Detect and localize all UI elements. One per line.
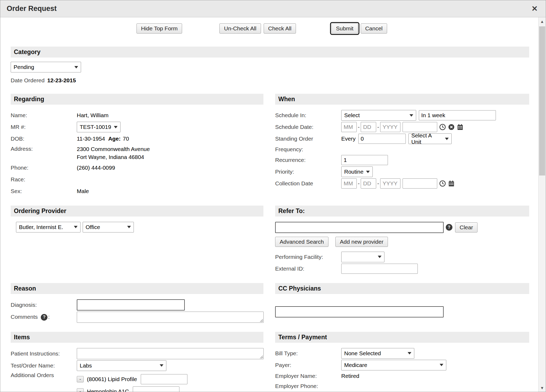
uncheck-all-button[interactable]: Un-Check All (219, 23, 261, 34)
mr-number-select[interactable]: TEST-10019 (77, 122, 121, 132)
check-all-button[interactable]: Check All (264, 23, 296, 34)
performing-facility-label: Performing Facility: (275, 254, 341, 260)
address-value: 2300 Commonwealth Avenue Fort Wayne, Ind… (77, 145, 150, 161)
chevron-down-icon (74, 226, 78, 228)
standing-order-unit-value: Select A Unit (411, 132, 442, 145)
every-label: Every (341, 136, 356, 142)
hide-top-form-button[interactable]: Hide Top Form (136, 23, 182, 34)
test-order-name-select[interactable]: Labs (77, 360, 166, 371)
comments-textarea[interactable] (77, 312, 264, 323)
add-new-provider-button[interactable]: Add new provider (335, 237, 388, 247)
cancel-button[interactable]: Cancel (361, 23, 387, 34)
help-icon[interactable]: ? (41, 314, 47, 321)
clear-button[interactable]: Clear (455, 222, 477, 232)
bill-type-select[interactable]: None Selected (341, 348, 414, 359)
top-toolbar: Hide Top Form Un-Check All Check All Sub… (11, 22, 529, 35)
date-separator: - (358, 180, 360, 187)
cc-physicians-input[interactable] (275, 306, 444, 317)
comments-label-text: Comments (11, 314, 38, 320)
collection-time-input[interactable] (403, 178, 437, 189)
remove-order-button[interactable]: - (77, 376, 84, 382)
patient-instructions-textarea[interactable] (77, 348, 264, 359)
refer-to-input[interactable] (275, 222, 444, 233)
collection-date-dd-input[interactable] (361, 178, 376, 189)
schedule-date-dd-input[interactable] (361, 122, 376, 132)
employer-phone-label: Employer Phone: (275, 383, 341, 389)
scroll-up-icon[interactable]: ▲ (539, 17, 546, 25)
refer-to-section: Refer To: ? Clear Advanced Search Add ne… (275, 206, 529, 275)
schedule-in-text-input[interactable] (419, 110, 496, 120)
priority-label: Priority: (275, 169, 341, 175)
order-item-input[interactable] (141, 374, 187, 384)
mr-number-value: TEST-10019 (80, 124, 111, 130)
clear-date-icon[interactable] (448, 124, 455, 130)
mr-label: MR #: (11, 124, 77, 130)
schedule-in-value: Select (344, 112, 360, 119)
date-ordered-label: Date Ordered (11, 77, 45, 84)
employer-name-value: Retired (341, 373, 359, 379)
category-section: Category Pending Date Ordered 12-23-2015 (11, 47, 529, 86)
bill-type-label: Bill Type: (275, 350, 341, 357)
close-icon[interactable]: ✕ (530, 5, 539, 13)
items-heading: Items (11, 332, 263, 343)
patient-instructions-label: Patient Instructions: (11, 350, 77, 357)
diagnosis-input[interactable] (77, 299, 185, 311)
category-select[interactable]: Pending (11, 62, 81, 72)
ordering-provider-select[interactable]: Butler, Internist E. (16, 222, 81, 232)
schedule-time-input[interactable] (403, 122, 437, 132)
provider-location-select[interactable]: Office (83, 222, 134, 232)
sex-label: Sex: (11, 188, 77, 194)
dob-value: 11-30-1954 (77, 136, 105, 142)
date-separator: - (377, 180, 379, 187)
vertical-scrollbar[interactable]: ▲ ▼ (538, 17, 546, 392)
calendar-icon[interactable] (457, 124, 464, 130)
age-value: 70 (123, 136, 129, 142)
submit-button[interactable]: Submit (331, 23, 358, 34)
priority-select[interactable]: Routine (341, 166, 373, 177)
performing-facility-select[interactable] (341, 252, 384, 262)
test-order-name-value: Labs (80, 362, 92, 369)
schedule-date-label: Schedule Date: (275, 124, 341, 130)
additional-orders-label: Additional Orders (11, 372, 77, 378)
chevron-down-icon (160, 364, 163, 367)
items-section: Items Patient Instructions: Test/Order N… (11, 332, 263, 392)
scrollbar-thumb[interactable] (539, 26, 545, 175)
when-heading: When (275, 94, 529, 105)
dialog-titlebar: Order Request ✕ (0, 0, 546, 17)
address-line1: 2300 Commonwealth Avenue (77, 146, 150, 152)
external-id-input[interactable] (341, 264, 418, 274)
calendar-icon[interactable] (448, 180, 455, 187)
regarding-section: Regarding Name: Hart, William MR #: TEST… (11, 94, 263, 198)
remove-order-button[interactable]: - (77, 388, 84, 392)
order-request-dialog: Order Request ✕ Hide Top Form Un-Check A… (0, 0, 546, 392)
collection-date-label: Collection Date (275, 180, 341, 187)
comments-colon: : (48, 314, 50, 320)
chevron-down-icon (114, 126, 118, 128)
advanced-search-button[interactable]: Advanced Search (275, 237, 328, 247)
schedule-in-select[interactable]: Select (341, 110, 416, 121)
schedule-date-yyyy-input[interactable] (380, 122, 400, 132)
help-icon[interactable]: ? (446, 224, 452, 231)
age-label: Age: (108, 136, 121, 142)
recurrence-input[interactable] (341, 155, 388, 165)
terms-payment-section: Terms / Payment Bill Type: None Selected… (275, 332, 529, 392)
chevron-down-icon (74, 66, 78, 68)
phone-label: Phone: (11, 165, 77, 171)
scroll-down-icon[interactable]: ▼ (539, 384, 546, 392)
chevron-down-icon (410, 114, 413, 117)
payer-label: Payer: (275, 362, 341, 368)
schedule-date-mm-input[interactable] (341, 122, 357, 132)
collection-date-mm-input[interactable] (341, 178, 357, 189)
standing-order-every-input[interactable] (358, 134, 406, 144)
standing-order-unit-select[interactable]: Select A Unit (408, 133, 452, 144)
chevron-down-icon (127, 226, 131, 228)
clock-icon[interactable] (439, 124, 446, 130)
dialog-title: Order Request (7, 5, 57, 13)
clock-icon[interactable] (439, 180, 446, 187)
order-item-input[interactable] (133, 386, 179, 392)
date-ordered-value: 12-23-2015 (47, 77, 76, 84)
payer-select[interactable]: Medicare (341, 360, 446, 370)
collection-date-yyyy-input[interactable] (380, 178, 400, 189)
chevron-down-icon (366, 171, 370, 173)
standing-order-label: Standing Order (275, 136, 341, 142)
